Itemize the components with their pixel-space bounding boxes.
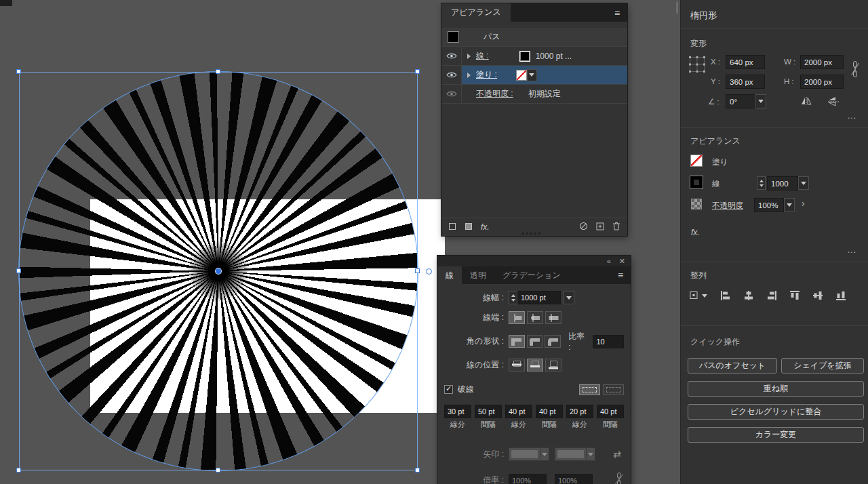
stroke-weight-input[interactable]: 1000	[767, 176, 798, 190]
flip-horizontal-icon[interactable]	[800, 96, 812, 108]
opacity-visibility-toggle[interactable]	[441, 85, 462, 103]
stroke-row-value[interactable]: 1000 pt ...	[536, 52, 572, 61]
arrow-start-dropdown[interactable]	[509, 447, 549, 461]
selection-handle-n[interactable]	[216, 69, 220, 74]
arrow-scale-start-input[interactable]: 100%	[509, 474, 547, 484]
align-right-button[interactable]	[766, 290, 777, 303]
cap-round-button[interactable]	[527, 311, 543, 324]
flip-vertical-icon[interactable]	[827, 96, 840, 108]
opacity-dropdown[interactable]	[784, 198, 795, 211]
opacity-expand-chevron[interactable]: ›	[802, 198, 805, 209]
fill-none-swatch[interactable]	[516, 70, 527, 81]
opacity-label[interactable]: 不透明度	[712, 201, 743, 211]
expand-chevron-icon[interactable]	[464, 73, 473, 78]
align-pixel-grid-button[interactable]: ピクセルグリッドに整合	[688, 404, 864, 420]
arrow-scale-end-input[interactable]: 100%	[555, 474, 593, 484]
path-edge-widget[interactable]	[426, 268, 432, 275]
link-scale-icon[interactable]	[614, 472, 624, 484]
close-panel-icon[interactable]: ✕	[619, 257, 625, 266]
arrow-end-dropdown[interactable]	[555, 447, 595, 461]
selection-handle-s[interactable]	[216, 468, 220, 472]
gap-input[interactable]: 40 pt	[536, 405, 563, 418]
stroke-color-swatch[interactable]	[690, 176, 703, 188]
gap-input[interactable]: 40 pt	[597, 405, 624, 418]
miter-limit-input[interactable]: 10	[593, 335, 624, 348]
stroke-row-label[interactable]: 線 :	[476, 50, 489, 62]
new-stroke-button[interactable]	[448, 222, 456, 233]
panel-resize-grip[interactable]	[522, 233, 540, 235]
opacity-row-label[interactable]: 不透明度 :	[476, 88, 513, 100]
h-input[interactable]: 2000 px	[800, 75, 844, 89]
dash-align-button[interactable]	[603, 384, 624, 395]
dash-preserve-button[interactable]	[579, 384, 600, 395]
appearance-more-options[interactable]: ...	[848, 245, 856, 255]
dock-scrollbar[interactable]	[676, 1, 678, 14]
new-effect-button[interactable]: fx.	[481, 222, 490, 232]
opacity-swatch-icon[interactable]	[691, 199, 702, 209]
offset-path-button[interactable]: パスのオフセット	[688, 358, 777, 374]
angle-input[interactable]: 0°	[726, 94, 755, 108]
appearance-row-path[interactable]: パス	[441, 28, 627, 47]
cap-projecting-button[interactable]	[545, 311, 561, 324]
align-stroke-outside-button[interactable]	[545, 359, 561, 371]
recolor-button[interactable]: カラー変更	[688, 427, 864, 443]
stroke-color-swatch[interactable]	[520, 52, 530, 61]
align-bottom-button[interactable]	[835, 290, 846, 303]
fill-color-swatch[interactable]	[690, 155, 703, 167]
delete-item-button[interactable]	[612, 222, 620, 233]
appearance-row-opacity[interactable]: 不透明度 : 初期設定	[441, 85, 627, 104]
selection-handle-w[interactable]	[16, 268, 21, 273]
dashed-line-checkbox[interactable]	[444, 385, 453, 394]
angle-dropdown[interactable]	[755, 94, 766, 108]
selection-handle-e[interactable]	[415, 268, 420, 273]
w-input[interactable]: 2000 px	[800, 55, 844, 69]
stroke-visibility-toggle[interactable]	[441, 47, 462, 65]
join-miter-button[interactable]	[509, 335, 525, 348]
dash-input[interactable]: 20 pt	[566, 405, 593, 418]
align-v-center-button[interactable]	[812, 290, 823, 303]
center-anchor-point[interactable]	[216, 268, 221, 274]
tab-transparency[interactable]: 透明	[462, 266, 494, 284]
align-left-button[interactable]	[720, 290, 731, 303]
selection-handle-sw[interactable]	[16, 468, 21, 472]
appearance-row-fill[interactable]: 塗り :	[441, 66, 627, 85]
dash-input[interactable]: 40 pt	[505, 405, 532, 418]
fill-visibility-toggle[interactable]	[441, 66, 462, 84]
y-input[interactable]: 360 px	[726, 75, 765, 89]
appearance-row-stroke[interactable]: 線 : 1000 pt ...	[441, 47, 627, 66]
tab-stroke[interactable]: 線	[437, 266, 462, 284]
gap-input[interactable]: 50 pt	[475, 405, 502, 418]
duplicate-item-button[interactable]	[596, 222, 604, 233]
fill-row-label[interactable]: 塗り :	[476, 69, 497, 81]
new-fill-button[interactable]	[465, 222, 473, 233]
reference-point-grid[interactable]	[688, 56, 706, 75]
dash-input[interactable]: 30 pt	[444, 405, 471, 418]
x-input[interactable]: 640 px	[726, 55, 765, 69]
align-h-center-button[interactable]	[743, 290, 754, 303]
align-to-dropdown[interactable]	[689, 290, 707, 301]
opacity-row-value[interactable]: 初期設定	[528, 88, 561, 100]
clear-appearance-button[interactable]	[579, 222, 588, 233]
stroke-weight-dropdown[interactable]	[798, 176, 809, 190]
align-top-button[interactable]	[789, 290, 800, 303]
selection-handle-ne[interactable]	[415, 69, 420, 74]
fill-swatch-dropdown[interactable]	[527, 69, 537, 81]
transform-more-options[interactable]: ...	[848, 111, 856, 121]
join-round-button[interactable]	[527, 335, 543, 348]
align-stroke-center-button[interactable]	[527, 359, 543, 371]
selection-handle-se[interactable]	[415, 468, 420, 472]
stroke-weight-input[interactable]: 1000 pt	[517, 291, 561, 304]
panel-menu-icon[interactable]: ≡	[607, 3, 627, 22]
arrange-button[interactable]: 重ね順	[688, 381, 864, 397]
stroke-weight-stepper[interactable]	[509, 291, 517, 304]
constrain-proportions-icon[interactable]	[850, 60, 860, 81]
stroke-weight-dropdown[interactable]	[564, 291, 574, 304]
join-bevel-button[interactable]	[545, 335, 561, 348]
effects-button[interactable]: fx.	[691, 228, 700, 237]
swap-arrowheads-icon[interactable]: ⇄	[613, 449, 621, 460]
cap-butt-button[interactable]	[509, 311, 525, 324]
panel-menu-icon[interactable]: ≡	[610, 266, 631, 284]
expand-chevron-icon[interactable]	[464, 54, 473, 59]
opacity-input[interactable]: 100%	[754, 198, 784, 212]
stroke-weight-stepper[interactable]	[757, 176, 766, 190]
